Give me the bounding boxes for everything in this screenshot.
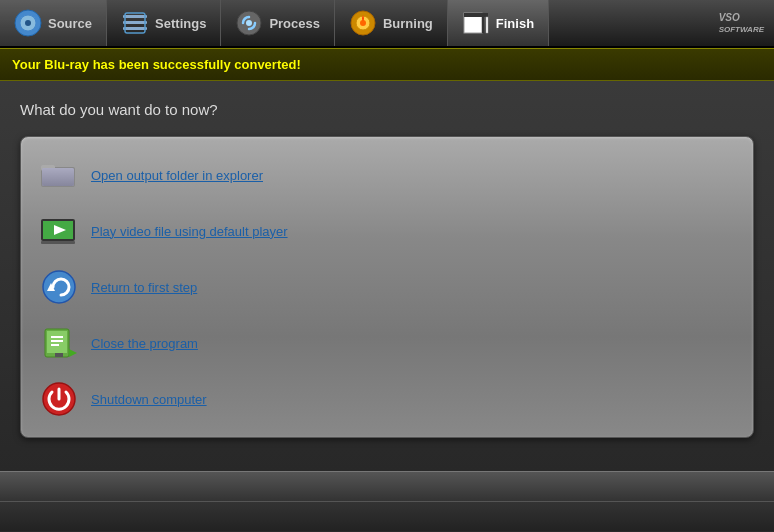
nav-label-process: Process: [269, 16, 320, 31]
svg-point-2: [25, 20, 31, 26]
svg-rect-13: [464, 13, 482, 17]
settings-icon: [121, 9, 149, 37]
svg-rect-16: [486, 17, 488, 33]
nav-item-finish[interactable]: Finish: [448, 0, 549, 46]
main-area: What do you want do to now?: [0, 81, 774, 471]
close-program-option[interactable]: Close the program: [21, 315, 753, 371]
success-text: Your Blu-ray has been successfully conve…: [12, 57, 301, 72]
svg-rect-4: [123, 21, 147, 24]
return-icon: [41, 269, 77, 305]
vso-logo: VSOSOFTWARE: [709, 0, 774, 46]
burning-icon: [349, 9, 377, 37]
nav-label-finish: Finish: [496, 16, 534, 31]
bottom-bar-2: [0, 501, 774, 531]
source-icon: [14, 9, 42, 37]
return-label: Return to first step: [91, 280, 197, 295]
bottom-bar-1: [0, 471, 774, 501]
shutdown-label: Shutdown computer: [91, 392, 207, 407]
options-panel: Open output folder in explorer Play vide…: [20, 136, 754, 438]
open-folder-option[interactable]: Open output folder in explorer: [21, 147, 753, 203]
play-video-label: Play video file using default player: [91, 224, 288, 239]
svg-rect-3: [123, 15, 147, 18]
svg-marker-34: [69, 349, 77, 357]
nav-item-settings[interactable]: Settings: [107, 0, 221, 46]
shutdown-option[interactable]: Shutdown computer: [21, 371, 753, 427]
svg-rect-15: [482, 17, 484, 33]
process-icon: [235, 9, 263, 37]
svg-rect-21: [42, 168, 74, 186]
play-video-option[interactable]: Play video file using default player: [21, 203, 753, 259]
open-folder-label: Open output folder in explorer: [91, 168, 263, 183]
close-program-label: Close the program: [91, 336, 198, 351]
power-icon: [41, 381, 77, 417]
nav-item-source[interactable]: Source: [0, 0, 107, 46]
nav-item-process[interactable]: Process: [221, 0, 335, 46]
svg-rect-14: [482, 13, 488, 17]
svg-rect-30: [55, 353, 63, 357]
svg-rect-24: [41, 241, 75, 244]
success-banner: Your Blu-ray has been successfully conve…: [0, 48, 774, 81]
folder-icon: [41, 157, 77, 193]
nav-label-source: Source: [48, 16, 92, 31]
return-first-option[interactable]: Return to first step: [21, 259, 753, 315]
question-text: What do you want do to now?: [20, 101, 754, 118]
close-icon: [41, 325, 77, 361]
nav-label-burning: Burning: [383, 16, 433, 31]
play-video-icon: [41, 213, 77, 249]
nav-item-burning[interactable]: Burning: [335, 0, 448, 46]
finish-icon: [462, 9, 490, 37]
nav-label-settings: Settings: [155, 16, 206, 31]
nav-bar: Source Settings Process Burning: [0, 0, 774, 48]
svg-point-8: [246, 20, 252, 26]
svg-rect-5: [123, 27, 147, 30]
